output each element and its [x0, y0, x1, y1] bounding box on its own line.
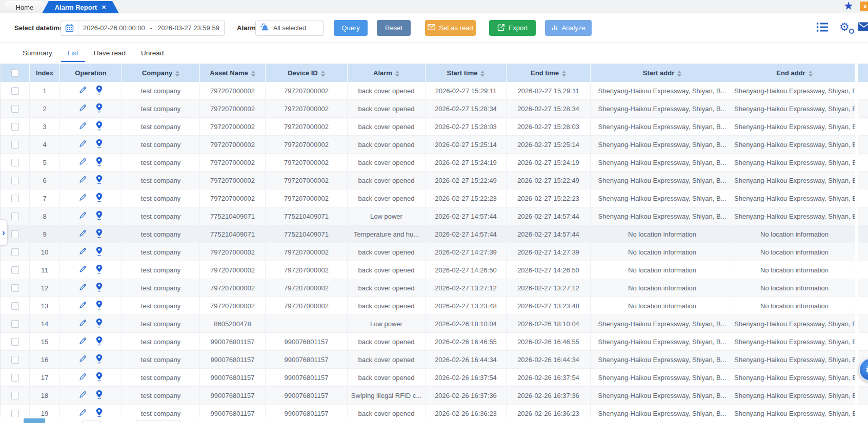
col-end-addr[interactable]: End addr [734, 64, 855, 82]
row-checkbox[interactable] [11, 105, 19, 113]
edit-icon[interactable] [78, 139, 87, 150]
locate-icon[interactable] [95, 139, 103, 150]
locate-icon[interactable] [95, 228, 103, 240]
edit-icon[interactable] [78, 175, 87, 185]
row-checkbox[interactable] [11, 123, 19, 131]
analyze-button[interactable]: Analyze [545, 20, 592, 36]
locate-icon[interactable] [95, 157, 103, 168]
locate-icon[interactable] [95, 318, 103, 329]
row-checkbox[interactable] [11, 392, 19, 399]
edit-icon[interactable] [78, 301, 87, 311]
row-checkbox[interactable] [11, 320, 19, 328]
locate-icon[interactable] [95, 372, 103, 383]
row-checkbox[interactable] [11, 230, 19, 238]
favorite-star-icon[interactable]: ★ [843, 0, 854, 13]
edit-icon[interactable] [78, 354, 87, 365]
edit-icon[interactable] [78, 336, 87, 347]
locate-icon[interactable] [95, 264, 103, 276]
row-checkbox[interactable] [11, 410, 19, 417]
row-checkbox[interactable] [11, 195, 19, 202]
locate-icon[interactable] [95, 300, 103, 311]
locate-icon[interactable] [95, 282, 103, 293]
sort-icon[interactable] [175, 71, 179, 77]
row-checkbox[interactable] [11, 213, 19, 220]
sort-icon[interactable] [321, 71, 325, 77]
locate-icon[interactable] [95, 103, 103, 114]
tab-home[interactable]: Home [0, 1, 49, 13]
edit-icon[interactable] [78, 390, 87, 400]
query-button[interactable]: Query [334, 20, 368, 36]
calendar-icon[interactable] [61, 20, 78, 35]
row-checkbox[interactable] [11, 374, 19, 382]
settings-search-icon[interactable]: ⚙ [839, 20, 853, 34]
sort-icon[interactable] [677, 71, 681, 77]
edit-icon[interactable] [78, 372, 87, 383]
set-as-read-button[interactable]: Set as read [425, 20, 476, 36]
tab-unread[interactable]: Unread [141, 44, 164, 63]
edit-icon[interactable] [78, 121, 87, 132]
reset-button[interactable]: Reset [377, 20, 411, 36]
locate-icon[interactable] [95, 390, 103, 401]
row-checkbox[interactable] [11, 284, 19, 292]
row-checkbox[interactable] [11, 248, 19, 256]
locate-icon[interactable] [95, 121, 103, 132]
row-checkbox[interactable] [11, 266, 19, 274]
row-checkbox[interactable] [11, 87, 19, 95]
tab-summary[interactable]: Summary [23, 44, 52, 63]
edit-icon[interactable] [78, 319, 87, 329]
edit-icon[interactable] [78, 103, 87, 114]
locate-icon[interactable] [95, 246, 103, 258]
edit-icon[interactable] [78, 229, 87, 239]
sort-icon[interactable] [251, 71, 255, 77]
horizontal-scrollbar-thumb[interactable] [24, 418, 45, 423]
datetime-range-input[interactable]: 2026-02-26 00:00:00 - 2026-03-27 23:59:5… [60, 20, 225, 36]
sort-icon[interactable] [562, 71, 566, 77]
cell-start-time: 2026-02-26 16:37:36 [426, 387, 507, 405]
select-all-checkbox[interactable] [11, 69, 19, 77]
row-checkbox[interactable] [11, 159, 19, 166]
alarm-type-select[interactable]: All selected [255, 20, 324, 36]
cell-index: 7 [30, 189, 60, 207]
sort-icon[interactable] [809, 71, 813, 77]
col-asset-name[interactable]: Asset Name [200, 64, 266, 82]
column-settings-icon[interactable] [816, 22, 829, 34]
row-checkbox[interactable] [11, 302, 19, 310]
row-checkbox[interactable] [11, 177, 19, 184]
pagination-control[interactable] [136, 420, 181, 423]
sort-icon[interactable] [395, 71, 399, 77]
export-button[interactable]: Export [489, 20, 536, 36]
cell-device-id: 990076801157 [266, 333, 348, 351]
bookmark-folder-icon[interactable]: ★ [860, 2, 868, 11]
sidebar-expander[interactable]: › [0, 219, 8, 246]
locate-icon[interactable] [95, 210, 103, 222]
edit-icon[interactable] [78, 86, 87, 96]
col-start-time[interactable]: Start time [426, 64, 507, 82]
tab-list[interactable]: List [68, 44, 78, 63]
pagination-control[interactable] [82, 420, 101, 423]
row-checkbox[interactable] [11, 356, 19, 364]
edit-icon[interactable] [78, 211, 87, 221]
tab-alarm-report[interactable]: Alarm Report ✕ [42, 1, 119, 13]
locate-icon[interactable] [95, 85, 103, 96]
sort-icon[interactable] [480, 71, 485, 77]
col-company[interactable]: Company [122, 64, 200, 82]
col-alarm[interactable]: Alarm [348, 64, 426, 82]
edit-icon[interactable] [78, 247, 87, 257]
row-checkbox[interactable] [11, 141, 19, 149]
locate-icon[interactable] [95, 336, 103, 347]
col-end-time[interactable]: End time [507, 64, 591, 82]
edit-icon[interactable] [78, 265, 87, 275]
row-checkbox[interactable] [11, 338, 19, 346]
edit-icon[interactable] [78, 193, 87, 203]
close-tab-icon[interactable]: ✕ [102, 5, 106, 10]
locate-icon[interactable] [95, 193, 103, 204]
col-device-id[interactable]: Device ID [266, 64, 348, 82]
locate-icon[interactable] [95, 354, 103, 365]
cell-device-id: 797207000002 [266, 136, 348, 154]
mail-icon[interactable] [858, 22, 868, 33]
tab-have-read[interactable]: Have read [94, 44, 126, 63]
edit-icon[interactable] [78, 283, 87, 293]
edit-icon[interactable] [78, 157, 87, 167]
col-start-addr[interactable]: Start addr [591, 64, 734, 82]
locate-icon[interactable] [95, 175, 103, 186]
